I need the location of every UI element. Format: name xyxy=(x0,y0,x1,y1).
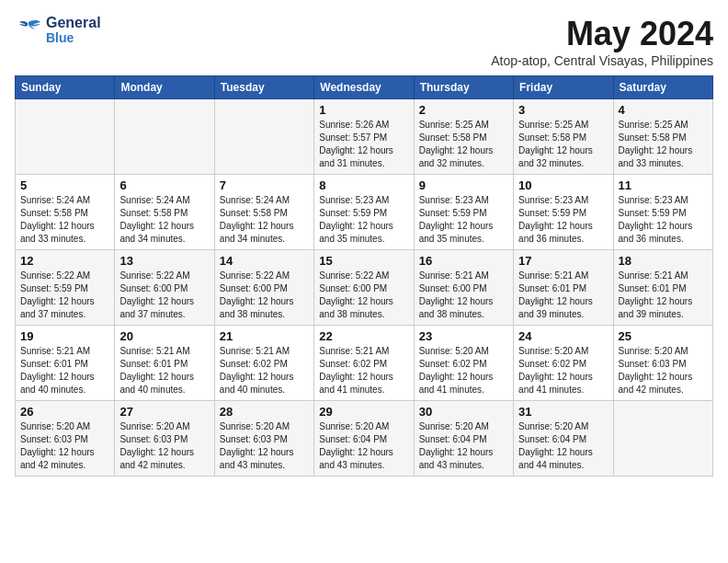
day-info: Sunrise: 5:24 AM Sunset: 5:58 PM Dayligh… xyxy=(20,194,109,246)
day-number: 25 xyxy=(619,329,708,343)
day-number: 31 xyxy=(518,405,608,419)
day-number: 11 xyxy=(619,178,708,192)
day-cell-22: 22Sunrise: 5:21 AM Sunset: 6:02 PM Dayli… xyxy=(314,326,414,401)
day-cell-10: 10Sunrise: 5:23 AM Sunset: 5:59 PM Dayli… xyxy=(514,175,613,250)
day-cell-28: 28Sunrise: 5:20 AM Sunset: 6:03 PM Dayli… xyxy=(214,401,313,477)
day-cell-31: 31Sunrise: 5:20 AM Sunset: 6:04 PM Dayli… xyxy=(514,401,613,477)
day-info: Sunrise: 5:22 AM Sunset: 6:00 PM Dayligh… xyxy=(319,270,408,321)
day-number: 23 xyxy=(419,329,508,343)
day-number: 10 xyxy=(518,178,608,192)
day-info: Sunrise: 5:23 AM Sunset: 5:59 PM Dayligh… xyxy=(518,194,608,246)
weekday-header-row: SundayMondayTuesdayWednesdayThursdayFrid… xyxy=(16,76,713,99)
day-cell-14: 14Sunrise: 5:22 AM Sunset: 6:00 PM Dayli… xyxy=(214,250,313,326)
day-number: 5 xyxy=(20,178,109,192)
week-row-1: 1Sunrise: 5:26 AM Sunset: 5:57 PM Daylig… xyxy=(16,99,713,175)
day-cell-23: 23Sunrise: 5:20 AM Sunset: 6:02 PM Dayli… xyxy=(414,326,513,401)
day-cell-15: 15Sunrise: 5:22 AM Sunset: 6:00 PM Dayli… xyxy=(314,250,414,326)
day-number: 30 xyxy=(419,405,508,419)
month-title: May 2024 xyxy=(491,15,713,53)
day-number: 28 xyxy=(220,405,309,419)
day-cell-17: 17Sunrise: 5:21 AM Sunset: 6:01 PM Dayli… xyxy=(514,250,613,326)
day-cell-4: 4Sunrise: 5:25 AM Sunset: 5:58 PM Daylig… xyxy=(613,99,712,175)
day-cell-5: 5Sunrise: 5:24 AM Sunset: 5:58 PM Daylig… xyxy=(16,175,115,250)
day-number: 27 xyxy=(119,405,209,419)
day-number: 22 xyxy=(319,329,408,343)
day-number: 6 xyxy=(119,178,209,192)
day-number: 15 xyxy=(319,254,408,268)
day-cell-21: 21Sunrise: 5:21 AM Sunset: 6:02 PM Dayli… xyxy=(214,326,313,401)
week-row-5: 26Sunrise: 5:20 AM Sunset: 6:03 PM Dayli… xyxy=(16,401,713,477)
day-number: 1 xyxy=(319,103,408,117)
week-row-2: 5Sunrise: 5:24 AM Sunset: 5:58 PM Daylig… xyxy=(16,175,713,250)
day-number: 24 xyxy=(518,329,608,343)
day-info: Sunrise: 5:20 AM Sunset: 6:04 PM Dayligh… xyxy=(419,420,508,472)
day-info: Sunrise: 5:20 AM Sunset: 6:03 PM Dayligh… xyxy=(220,420,309,472)
day-cell-9: 9Sunrise: 5:23 AM Sunset: 5:59 PM Daylig… xyxy=(414,175,513,250)
day-info: Sunrise: 5:21 AM Sunset: 6:02 PM Dayligh… xyxy=(319,345,408,396)
weekday-header-saturday: Saturday xyxy=(613,76,712,99)
day-number: 14 xyxy=(220,254,309,268)
day-number: 18 xyxy=(619,254,708,268)
day-number: 13 xyxy=(119,254,209,268)
day-info: Sunrise: 5:23 AM Sunset: 5:59 PM Dayligh… xyxy=(319,194,408,246)
day-cell-29: 29Sunrise: 5:20 AM Sunset: 6:04 PM Dayli… xyxy=(314,401,414,477)
week-row-3: 12Sunrise: 5:22 AM Sunset: 5:59 PM Dayli… xyxy=(16,250,713,326)
empty-cell xyxy=(214,99,313,175)
day-cell-20: 20Sunrise: 5:21 AM Sunset: 6:01 PM Dayli… xyxy=(115,326,214,401)
day-info: Sunrise: 5:25 AM Sunset: 5:58 PM Dayligh… xyxy=(619,119,708,170)
day-number: 7 xyxy=(220,178,309,192)
day-info: Sunrise: 5:20 AM Sunset: 6:02 PM Dayligh… xyxy=(518,345,608,396)
day-cell-19: 19Sunrise: 5:21 AM Sunset: 6:01 PM Dayli… xyxy=(16,326,115,401)
day-cell-8: 8Sunrise: 5:23 AM Sunset: 5:59 PM Daylig… xyxy=(314,175,414,250)
day-cell-24: 24Sunrise: 5:20 AM Sunset: 6:02 PM Dayli… xyxy=(514,326,613,401)
day-info: Sunrise: 5:21 AM Sunset: 6:02 PM Dayligh… xyxy=(220,345,309,396)
day-cell-3: 3Sunrise: 5:25 AM Sunset: 5:58 PM Daylig… xyxy=(514,99,613,175)
day-info: Sunrise: 5:21 AM Sunset: 6:01 PM Dayligh… xyxy=(119,345,209,396)
day-info: Sunrise: 5:26 AM Sunset: 5:57 PM Dayligh… xyxy=(319,119,408,170)
day-number: 21 xyxy=(220,329,309,343)
day-cell-12: 12Sunrise: 5:22 AM Sunset: 5:59 PM Dayli… xyxy=(16,250,115,326)
calendar-table: SundayMondayTuesdayWednesdayThursdayFrid… xyxy=(15,75,713,477)
day-info: Sunrise: 5:22 AM Sunset: 6:00 PM Dayligh… xyxy=(220,270,309,321)
day-info: Sunrise: 5:23 AM Sunset: 5:59 PM Dayligh… xyxy=(419,194,508,246)
day-info: Sunrise: 5:25 AM Sunset: 5:58 PM Dayligh… xyxy=(419,119,508,170)
day-number: 17 xyxy=(518,254,608,268)
day-number: 2 xyxy=(419,103,508,117)
day-number: 12 xyxy=(20,254,109,268)
day-info: Sunrise: 5:24 AM Sunset: 5:58 PM Dayligh… xyxy=(220,194,309,246)
day-info: Sunrise: 5:24 AM Sunset: 5:58 PM Dayligh… xyxy=(119,194,209,246)
week-row-4: 19Sunrise: 5:21 AM Sunset: 6:01 PM Dayli… xyxy=(16,326,713,401)
empty-cell xyxy=(115,99,214,175)
page-header: General Blue May 2024 Atop-atop, Central… xyxy=(15,15,713,68)
day-number: 20 xyxy=(119,329,209,343)
logo: General Blue xyxy=(15,15,101,45)
day-info: Sunrise: 5:21 AM Sunset: 6:00 PM Dayligh… xyxy=(419,270,508,321)
day-cell-30: 30Sunrise: 5:20 AM Sunset: 6:04 PM Dayli… xyxy=(414,401,513,477)
day-number: 4 xyxy=(619,103,708,117)
day-cell-1: 1Sunrise: 5:26 AM Sunset: 5:57 PM Daylig… xyxy=(314,99,414,175)
weekday-header-sunday: Sunday xyxy=(16,76,115,99)
day-info: Sunrise: 5:20 AM Sunset: 6:04 PM Dayligh… xyxy=(518,420,608,472)
day-info: Sunrise: 5:21 AM Sunset: 6:01 PM Dayligh… xyxy=(619,270,708,321)
day-cell-25: 25Sunrise: 5:20 AM Sunset: 6:03 PM Dayli… xyxy=(613,326,712,401)
day-cell-2: 2Sunrise: 5:25 AM Sunset: 5:58 PM Daylig… xyxy=(414,99,513,175)
day-cell-7: 7Sunrise: 5:24 AM Sunset: 5:58 PM Daylig… xyxy=(214,175,313,250)
day-number: 3 xyxy=(518,103,608,117)
day-cell-16: 16Sunrise: 5:21 AM Sunset: 6:00 PM Dayli… xyxy=(414,250,513,326)
day-number: 26 xyxy=(20,405,109,419)
day-cell-27: 27Sunrise: 5:20 AM Sunset: 6:03 PM Dayli… xyxy=(115,401,214,477)
day-info: Sunrise: 5:20 AM Sunset: 6:03 PM Dayligh… xyxy=(119,420,209,472)
weekday-header-friday: Friday xyxy=(514,76,613,99)
day-cell-18: 18Sunrise: 5:21 AM Sunset: 6:01 PM Dayli… xyxy=(613,250,712,326)
weekday-header-monday: Monday xyxy=(115,76,214,99)
title-block: May 2024 Atop-atop, Central Visayas, Phi… xyxy=(491,15,713,68)
day-info: Sunrise: 5:23 AM Sunset: 5:59 PM Dayligh… xyxy=(619,194,708,246)
day-number: 8 xyxy=(319,178,408,192)
day-info: Sunrise: 5:25 AM Sunset: 5:58 PM Dayligh… xyxy=(518,119,608,170)
day-cell-6: 6Sunrise: 5:24 AM Sunset: 5:58 PM Daylig… xyxy=(115,175,214,250)
weekday-header-wednesday: Wednesday xyxy=(314,76,414,99)
day-number: 19 xyxy=(20,329,109,343)
logo-icon xyxy=(15,18,42,40)
day-number: 16 xyxy=(419,254,508,268)
weekday-header-thursday: Thursday xyxy=(414,76,513,99)
